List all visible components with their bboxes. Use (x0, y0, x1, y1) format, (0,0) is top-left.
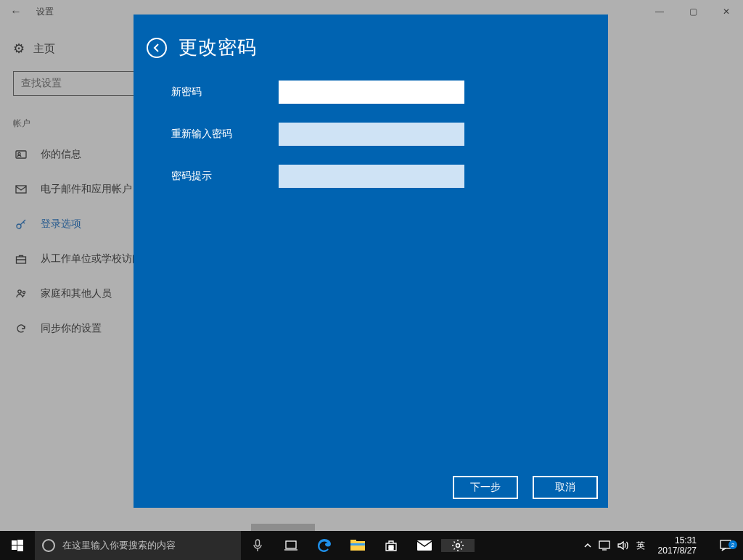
network-icon[interactable] (599, 540, 610, 551)
password-hint-input[interactable] (279, 165, 464, 188)
svg-rect-16 (389, 545, 391, 548)
start-button[interactable] (0, 531, 35, 560)
clock-date: 2017/8/27 (658, 545, 697, 556)
svg-point-21 (456, 544, 460, 548)
cancel-button[interactable]: 取消 (533, 476, 598, 499)
change-password-modal: 更改密码 新密码 重新输入密码 密码提示 下一步 取消 (134, 15, 608, 508)
file-explorer-icon[interactable] (341, 540, 374, 551)
notification-badge: 2 (728, 540, 737, 549)
svg-rect-10 (17, 545, 23, 551)
svg-rect-18 (389, 548, 391, 550)
svg-rect-22 (599, 541, 609, 548)
svg-rect-11 (256, 540, 260, 546)
svg-rect-9 (12, 545, 17, 550)
task-view-icon[interactable] (274, 540, 308, 551)
svg-rect-8 (17, 540, 23, 545)
modal-back-button[interactable] (147, 38, 167, 58)
cortana-icon (42, 539, 55, 552)
action-center-icon[interactable]: 2 (710, 539, 742, 552)
clock[interactable]: 15:31 2017/8/27 (652, 535, 702, 556)
new-password-input[interactable] (279, 81, 464, 104)
confirm-password-label: 重新输入密码 (171, 128, 279, 141)
svg-rect-17 (392, 545, 394, 548)
volume-icon[interactable] (617, 540, 629, 551)
settings-icon[interactable] (441, 539, 475, 552)
svg-rect-19 (392, 548, 394, 550)
new-password-label: 新密码 (171, 86, 279, 99)
modal-title: 更改密码 (178, 35, 257, 60)
svg-rect-7 (12, 540, 17, 545)
taskbar: 在这里输入你要搜索的内容 (0, 531, 743, 560)
next-button[interactable]: 下一步 (453, 476, 518, 499)
mic-icon[interactable] (241, 539, 274, 552)
tray-chevron-icon[interactable] (584, 542, 591, 549)
cortana-placeholder: 在这里输入你要搜索的内容 (62, 539, 176, 552)
svg-rect-12 (286, 541, 296, 548)
svg-rect-15 (350, 543, 365, 545)
clock-time: 15:31 (658, 535, 697, 545)
edge-icon[interactable] (308, 538, 341, 553)
svg-rect-20 (417, 540, 432, 551)
password-hint-label: 密码提示 (171, 170, 279, 183)
cortana-search[interactable]: 在这里输入你要搜索的内容 (35, 531, 241, 560)
confirm-password-input[interactable] (279, 123, 464, 146)
mail-icon[interactable] (408, 540, 441, 551)
svg-rect-14 (350, 540, 356, 543)
store-icon[interactable] (374, 539, 408, 552)
ime-indicator[interactable]: 英 (636, 540, 645, 552)
